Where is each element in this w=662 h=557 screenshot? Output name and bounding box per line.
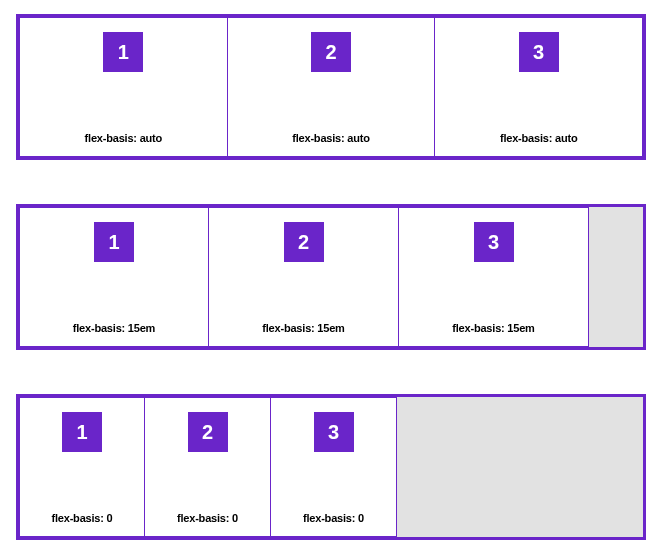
- flex-cell: 3 flex-basis: 0: [271, 397, 397, 537]
- flex-basis-label: flex-basis: 0: [271, 512, 396, 524]
- flex-basis-label: flex-basis: 15em: [20, 322, 208, 334]
- flex-basis-label: flex-basis: 0: [20, 512, 144, 524]
- diagram-page: 1 flex-basis: auto 2 flex-basis: auto 3 …: [0, 0, 662, 556]
- flex-basis-label: flex-basis: 15em: [399, 322, 588, 334]
- flex-cell: 3 flex-basis: auto: [435, 17, 643, 157]
- number-box: 3: [474, 222, 514, 262]
- number-box: 1: [94, 222, 134, 262]
- flex-basis-label: flex-basis: auto: [228, 132, 435, 144]
- flex-cell: 1 flex-basis: 15em: [19, 207, 209, 347]
- number-box: 1: [103, 32, 143, 72]
- flex-basis-label: flex-basis: 0: [145, 512, 270, 524]
- flex-row-15em: 1 flex-basis: 15em 2 flex-basis: 15em 3 …: [16, 204, 646, 350]
- number-box: 2: [284, 222, 324, 262]
- flex-basis-label: flex-basis: auto: [435, 132, 642, 144]
- flex-cell: 1 flex-basis: auto: [19, 17, 228, 157]
- flex-cell: 2 flex-basis: 0: [145, 397, 271, 537]
- flex-cell: 2 flex-basis: auto: [228, 17, 436, 157]
- number-box: 1: [62, 412, 102, 452]
- flex-row-zero: 1 flex-basis: 0 2 flex-basis: 0 3 flex-b…: [16, 394, 646, 540]
- flex-basis-label: flex-basis: auto: [20, 132, 227, 144]
- flex-basis-label: flex-basis: 15em: [209, 322, 398, 334]
- flex-cell: 2 flex-basis: 15em: [209, 207, 399, 347]
- number-box: 2: [311, 32, 351, 72]
- number-box: 3: [314, 412, 354, 452]
- number-box: 3: [519, 32, 559, 72]
- number-box: 2: [188, 412, 228, 452]
- flex-row-auto: 1 flex-basis: auto 2 flex-basis: auto 3 …: [16, 14, 646, 160]
- flex-cell: 3 flex-basis: 15em: [399, 207, 589, 347]
- flex-cell: 1 flex-basis: 0: [19, 397, 145, 537]
